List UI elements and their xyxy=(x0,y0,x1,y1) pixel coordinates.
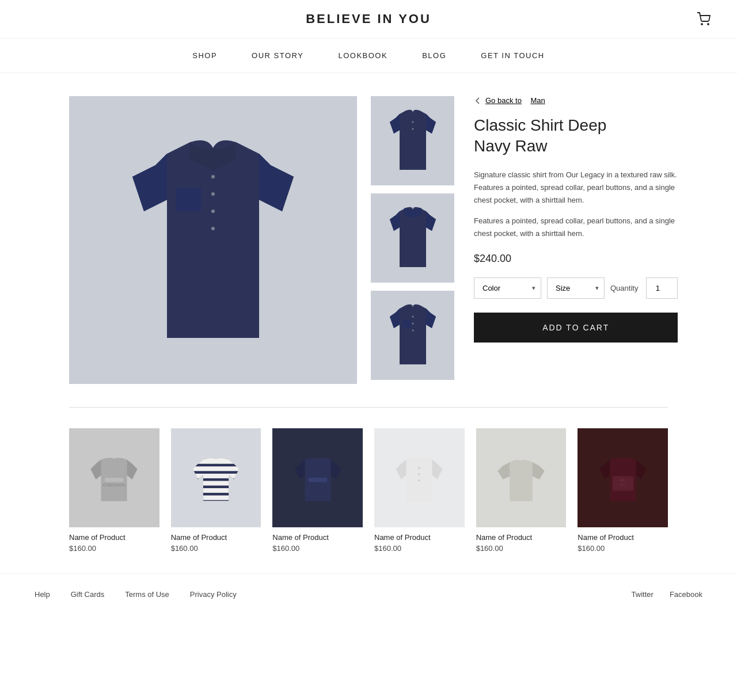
svg-rect-19 xyxy=(190,493,242,496)
product-card-image-3 xyxy=(272,428,363,527)
svg-text:DEF: DEF xyxy=(620,484,625,486)
product-thumbnails xyxy=(371,96,454,384)
svg-point-10 xyxy=(412,315,413,317)
size-select-wrapper: Size XS S M L XL ▾ xyxy=(547,277,605,299)
quantity-label: Quantity xyxy=(610,284,638,292)
svg-rect-20 xyxy=(190,500,242,503)
footer-link-facebook[interactable]: Facebook xyxy=(670,590,702,599)
svg-point-2 xyxy=(211,175,215,178)
product-card-image-6: ABC DEF xyxy=(578,428,668,527)
thumb2-illustration xyxy=(387,201,439,276)
thumbnail-2[interactable] xyxy=(371,193,454,283)
product-info: Go back to Man Classic Shirt Deep Navy R… xyxy=(468,96,678,384)
svg-rect-15 xyxy=(190,464,242,467)
footer-left-links: Help Gift Cards Terms of Use Privacy Pol… xyxy=(35,590,237,599)
nav-lookbook[interactable]: LOOKBOOK xyxy=(338,51,388,60)
nav-blog[interactable]: BLOG xyxy=(422,51,446,60)
product-description-1: Signature classic shirt from Our Legacy … xyxy=(474,169,678,207)
size-select[interactable]: Size XS S M L XL xyxy=(547,277,605,299)
product-card-image-1: KOBENHAVN xyxy=(69,428,159,527)
product-name-1: Name of Product xyxy=(69,533,159,542)
related-product-5[interactable]: Name of Product $160.00 xyxy=(476,428,567,553)
product4-illustration xyxy=(393,449,445,507)
product-name-5: Name of Product xyxy=(476,533,567,542)
related-product-3[interactable]: Name of Product $160.00 xyxy=(272,428,363,553)
related-product-6[interactable]: ABC DEF Name of Product $160.00 xyxy=(578,428,668,553)
main-nav: SHOP OUR STORY LOOKBOOK BLOG GET IN TOUC… xyxy=(0,39,737,73)
footer-link-twitter[interactable]: Twitter xyxy=(632,590,654,599)
svg-rect-21 xyxy=(308,478,326,482)
main-image-placeholder xyxy=(69,96,357,384)
related-products-grid: KOBENHAVN Name of Product $160.00 xyxy=(69,428,668,553)
footer: Help Gift Cards Terms of Use Privacy Pol… xyxy=(0,573,737,615)
section-divider xyxy=(69,407,668,408)
back-label: Go back to xyxy=(485,96,522,105)
svg-point-0 xyxy=(701,24,702,25)
svg-text:KOBENHAVN: KOBENHAVN xyxy=(103,483,126,487)
thumb1-illustration xyxy=(387,104,439,178)
svg-point-22 xyxy=(419,467,421,469)
svg-rect-13 xyxy=(105,478,123,482)
quantity-input[interactable] xyxy=(646,277,678,299)
related-product-1[interactable]: KOBENHAVN Name of Product $160.00 xyxy=(69,428,159,553)
product-price-2: $160.00 xyxy=(171,544,261,553)
back-category: Man xyxy=(531,96,545,105)
svg-point-8 xyxy=(412,128,413,130)
product-price: $240.00 xyxy=(474,253,678,265)
product-controls: Color Deep Navy Black White ▾ Size XS S … xyxy=(474,277,678,299)
svg-point-3 xyxy=(211,192,215,196)
product-name-4: Name of Product xyxy=(374,533,465,542)
svg-point-12 xyxy=(412,329,413,331)
svg-rect-9 xyxy=(402,320,411,328)
main-shirt-illustration xyxy=(121,119,305,361)
product-name-2: Name of Product xyxy=(171,533,261,542)
related-products-section: KOBENHAVN Name of Product $160.00 xyxy=(46,428,691,553)
site-logo: BELIEVE IN YOU xyxy=(306,12,431,26)
footer-right-links: Twitter Facebook xyxy=(632,590,702,599)
product-card-image-4 xyxy=(374,428,465,527)
product3-illustration xyxy=(292,449,344,507)
add-to-cart-button[interactable]: ADD TO CART xyxy=(474,313,678,343)
footer-link-terms[interactable]: Terms of Use xyxy=(125,590,169,599)
svg-text:ABC: ABC xyxy=(620,479,626,482)
svg-point-1 xyxy=(708,24,709,25)
product-name-3: Name of Product xyxy=(272,533,363,542)
product-price-4: $160.00 xyxy=(374,544,465,553)
color-select[interactable]: Color Deep Navy Black White xyxy=(474,277,541,299)
svg-point-24 xyxy=(419,480,421,482)
related-product-2[interactable]: Name of Product $160.00 xyxy=(171,428,261,553)
back-link[interactable]: Go back to Man xyxy=(474,96,678,105)
product-card-image-5 xyxy=(476,428,567,527)
product-section: Go back to Man Classic Shirt Deep Navy R… xyxy=(46,96,691,384)
product-price-1: $160.00 xyxy=(69,544,159,553)
svg-point-11 xyxy=(412,322,413,324)
cart-button[interactable] xyxy=(693,9,714,29)
footer-link-privacy[interactable]: Privacy Policy xyxy=(190,590,237,599)
product1-illustration: KOBENHAVN xyxy=(88,449,140,507)
product-name-6: Name of Product xyxy=(578,533,668,542)
related-product-4[interactable]: Name of Product $160.00 xyxy=(374,428,465,553)
thumbnail-3[interactable] xyxy=(371,291,454,380)
product5-illustration xyxy=(495,449,547,507)
thumb3-illustration xyxy=(387,298,439,373)
product6-illustration: ABC DEF xyxy=(597,449,649,507)
product-price-6: $160.00 xyxy=(578,544,668,553)
thumbnail-1[interactable] xyxy=(371,96,454,185)
product-description-2: Features a pointed, spread collar, pearl… xyxy=(474,215,678,240)
product-title: Classic Shirt Deep Navy Raw xyxy=(474,115,678,157)
header: BELIEVE IN YOU xyxy=(0,0,737,39)
main-product-image xyxy=(69,96,357,384)
color-select-wrapper: Color Deep Navy Black White ▾ xyxy=(474,277,541,299)
footer-link-help[interactable]: Help xyxy=(35,590,50,599)
nav-shop[interactable]: SHOP xyxy=(192,51,217,60)
product-title-line1: Classic Shirt Deep xyxy=(474,116,606,134)
cart-icon xyxy=(697,12,711,26)
nav-our-story[interactable]: OUR STORY xyxy=(252,51,303,60)
product-price-5: $160.00 xyxy=(476,544,567,553)
svg-rect-18 xyxy=(190,486,242,489)
svg-point-4 xyxy=(211,210,215,213)
nav-get-in-touch[interactable]: GET IN TOUCH xyxy=(481,51,544,60)
svg-rect-16 xyxy=(190,471,242,474)
footer-link-gift-cards[interactable]: Gift Cards xyxy=(71,590,105,599)
product-card-image-2 xyxy=(171,428,261,527)
